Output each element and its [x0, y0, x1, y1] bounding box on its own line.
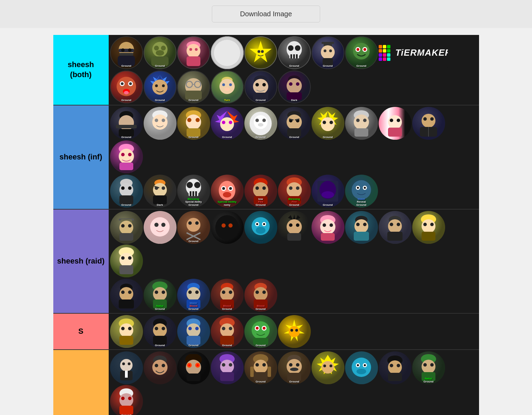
char-circle [244, 36, 277, 69]
svg-point-208 [388, 219, 402, 233]
char-circle: lowFireGround [244, 175, 277, 208]
svg-point-250 [128, 327, 132, 330]
char-circle: Ground [144, 71, 177, 103]
char-circle [110, 245, 143, 277]
svg-point-213 [422, 219, 435, 233]
svg-point-138 [194, 182, 200, 188]
svg-rect-82 [187, 128, 200, 137]
svg-point-4 [128, 48, 132, 52]
svg-rect-114 [388, 128, 402, 137]
svg-point-57 [222, 83, 225, 86]
svg-rect-302 [250, 367, 254, 377]
svg-point-254 [155, 327, 158, 330]
tier-content-sheesh-both: Ground Ground [109, 35, 479, 105]
char-circle [177, 36, 210, 69]
svg-point-49 [162, 84, 165, 87]
svg-point-173 [150, 217, 170, 237]
char-circle [312, 351, 344, 384]
svg-point-308 [296, 363, 299, 367]
svg-marker-191 [293, 214, 296, 220]
svg-rect-216 [422, 232, 435, 241]
svg-point-59 [224, 87, 230, 91]
char-circle [412, 211, 445, 244]
char-circle [211, 36, 244, 69]
svg-point-324 [397, 364, 400, 367]
tier-row-sheesh-inf: sheesh (inf) Ground [53, 105, 479, 210]
svg-point-219 [121, 256, 125, 260]
svg-point-290 [188, 364, 190, 366]
svg-point-94 [287, 114, 302, 130]
svg-rect-211 [387, 232, 403, 241]
tier-label-a: A [53, 350, 109, 415]
svg-point-312 [322, 361, 334, 374]
svg-rect-201 [321, 233, 335, 241]
svg-point-318 [357, 364, 359, 366]
char-circle: Special Abilitynomy [211, 175, 244, 208]
svg-point-248 [119, 323, 133, 337]
svg-point-275 [290, 329, 293, 332]
svg-point-249 [121, 327, 125, 330]
svg-point-133 [162, 186, 165, 190]
svg-point-307 [289, 363, 292, 367]
char-circle: Dark [144, 175, 177, 208]
char-circle [110, 351, 143, 384]
svg-point-89 [254, 115, 268, 129]
svg-point-90 [255, 119, 259, 122]
svg-point-238 [220, 287, 234, 301]
svg-point-156 [289, 186, 292, 190]
char-circle [345, 211, 378, 244]
svg-rect-140 [190, 191, 191, 196]
svg-point-22 [295, 45, 300, 51]
svg-point-108 [363, 119, 367, 122]
svg-point-215 [430, 223, 434, 226]
svg-point-30 [324, 49, 326, 52]
char-circle: Ground [110, 71, 143, 103]
svg-point-112 [390, 119, 393, 122]
svg-point-115 [422, 114, 435, 128]
char-circle: Ground [312, 107, 344, 140]
download-button[interactable]: Download Image [212, 6, 320, 22]
svg-point-291 [197, 364, 199, 366]
svg-point-194 [289, 223, 292, 227]
svg-point-235 [195, 290, 199, 294]
char-circle [110, 211, 143, 244]
svg-point-56 [219, 79, 235, 94]
svg-point-228 [153, 287, 167, 301]
svg-point-44 [124, 91, 129, 94]
char-circle: Ground [312, 36, 344, 69]
char-circle: Ground [211, 315, 244, 348]
svg-point-107 [356, 119, 360, 122]
char-circle: Ground [312, 175, 344, 208]
svg-point-171 [128, 224, 132, 228]
svg-point-278 [122, 362, 125, 365]
svg-point-264 [222, 327, 225, 330]
svg-point-33 [353, 43, 370, 59]
svg-point-165 [357, 187, 359, 189]
svg-rect-251 [119, 336, 133, 345]
svg-point-7 [154, 46, 159, 50]
tiermaker-logo-text: TiERMAKER [395, 47, 448, 58]
svg-rect-129 [119, 195, 133, 204]
svg-point-76 [155, 119, 158, 122]
svg-point-177 [188, 221, 192, 225]
svg-point-199 [323, 223, 326, 227]
char-circle: BloodGround [211, 279, 244, 312]
svg-point-218 [119, 253, 133, 267]
svg-point-79 [186, 114, 201, 130]
svg-rect-141 [192, 191, 194, 196]
svg-point-128 [128, 186, 132, 190]
svg-point-92 [258, 123, 263, 127]
svg-point-40 [121, 82, 124, 85]
svg-rect-297 [220, 372, 234, 381]
svg-rect-310 [287, 373, 301, 381]
svg-point-47 [152, 80, 168, 95]
svg-point-189 [256, 227, 265, 234]
svg-point-178 [195, 221, 199, 225]
svg-point-63 [262, 83, 266, 86]
svg-point-87 [229, 121, 232, 124]
svg-point-9 [156, 50, 164, 56]
svg-point-240 [229, 290, 232, 294]
svg-point-245 [262, 290, 266, 294]
svg-point-155 [287, 182, 302, 197]
svg-point-148 [223, 192, 231, 197]
